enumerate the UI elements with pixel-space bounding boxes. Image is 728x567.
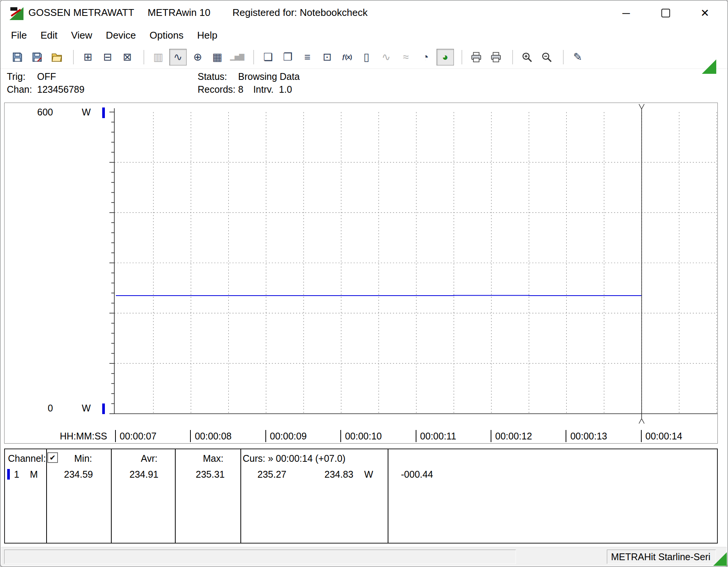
bar-graph-button[interactable]: ▁▅▇ (228, 49, 246, 65)
save-button[interactable] (9, 49, 26, 65)
menu-edit[interactable]: Edit (34, 27, 64, 44)
close-button[interactable]: ✕ (685, 0, 725, 26)
cell-unit: W (364, 469, 373, 480)
status-line: Status:Browsing Data (198, 70, 300, 83)
y-axis-min-label: 0 (26, 403, 53, 414)
channel-color-marker (7, 469, 10, 480)
value-list-button[interactable]: ≡ (299, 49, 316, 65)
trigger-channel-readout: Trig:OFF Chan:123456789 (7, 70, 84, 96)
toolbar-separator (461, 50, 462, 64)
title-bar: GOSSEN METRAWATT METRAwin 10 Registered … (0, 0, 728, 26)
menu-view[interactable]: View (64, 27, 99, 44)
table-divider (46, 449, 47, 543)
records-line: Records:8Intrv.1.0 (198, 83, 300, 96)
measurement-table: Channel: ✔ Min: Avr: Max: Curs: » 00:00:… (4, 449, 718, 544)
statusbar-device-name: METRAHit Starline-Seri (611, 551, 711, 562)
statusbar-device-panel: METRAHit Starline-Seri (607, 550, 716, 564)
toolbar-separator (253, 50, 254, 64)
app-logo-icon (9, 6, 23, 20)
zoom-out-button[interactable] (538, 49, 555, 65)
interval-timer-button[interactable]: ◕ (436, 49, 454, 65)
y-axis-unit-bottom: W (82, 403, 91, 414)
status-value: Browsing Data (238, 71, 300, 82)
memory-export-button[interactable]: ⊠ (118, 49, 136, 65)
maximize-button[interactable] (646, 0, 685, 26)
numeric-display-icon: ▥ (153, 51, 163, 63)
analog-output-icon: ∿ (382, 51, 390, 63)
window-cascade-button[interactable]: ❏ (259, 49, 277, 65)
save-icon (12, 51, 23, 63)
status-bar: METRAHit Starline-Seri (1, 547, 727, 566)
print-preview-button[interactable] (487, 49, 505, 65)
table-view-button[interactable]: ▦ (209, 49, 226, 65)
menu-help[interactable]: Help (190, 27, 224, 44)
window-tile-button[interactable]: ❐ (279, 49, 296, 65)
title-app-name: METRAwin 10 (148, 7, 210, 19)
print-preview-icon (490, 51, 502, 63)
zoom-out-icon (541, 51, 552, 63)
chart-plot[interactable] (5, 103, 717, 443)
monitor-icon: ⊡ (323, 51, 331, 63)
digital-output-button[interactable]: ≈ (397, 49, 415, 65)
print-button[interactable] (468, 49, 485, 65)
menu-bar: FileEditViewDeviceOptionsHelp (0, 26, 728, 45)
trig-label: Trig: (7, 70, 37, 83)
records-value: 8 (238, 84, 243, 95)
x-axis-format-label: HH:MM:SS (60, 430, 107, 442)
minimize-icon: ─ (622, 7, 630, 19)
window-cascade-icon: ❏ (263, 51, 273, 63)
col-max-header: Max: (203, 453, 223, 464)
cell-channel-number: 1 (14, 469, 19, 480)
chart-view-button[interactable]: ∿ (169, 49, 187, 65)
table-divider (111, 449, 112, 543)
menu-file[interactable]: File (4, 27, 34, 44)
table-divider (240, 449, 241, 543)
resize-grip-icon[interactable] (713, 552, 727, 566)
numeric-display-button[interactable]: ▥ (150, 49, 167, 65)
cell-delta: -000.44 (401, 469, 433, 480)
chart-view-icon: ∿ (173, 51, 182, 63)
device-display-icon: ▯ (363, 51, 369, 63)
col-channel-header: Channel: (8, 453, 46, 464)
toolbar-separator (563, 50, 564, 64)
comment-icon: ✎ (573, 51, 582, 63)
memory-store-icon: ⊟ (103, 51, 112, 63)
memory-read-icon: ⊞ (83, 51, 92, 63)
chan-label: Chan: (7, 83, 37, 96)
monitor-button[interactable]: ⊡ (318, 49, 336, 65)
title-registered: Registered for: Notebookcheck (232, 7, 368, 19)
formula-button[interactable]: ƒ(x) (338, 49, 355, 65)
close-icon: ✕ (700, 7, 709, 19)
maximize-icon (661, 9, 670, 17)
y-axis-unit-top: W (82, 107, 91, 118)
chan-line: Chan:123456789 (7, 83, 84, 96)
toolbar-separator (73, 50, 74, 64)
chart-panel: 600 W 0 W HH:MM:SS 00:00:0700:00:0800:00… (4, 103, 718, 444)
memory-read-button[interactable]: ⊞ (79, 49, 97, 65)
cell-max: 235.31 (196, 469, 224, 480)
cell-avr: 234.91 (129, 469, 158, 480)
toolbar-separator (512, 50, 513, 64)
comment-button[interactable]: ✎ (569, 49, 586, 65)
open-button[interactable] (48, 49, 65, 65)
menu-options[interactable]: Options (143, 27, 190, 44)
table-view-icon: ▦ (212, 51, 222, 63)
channel-visible-checkbox[interactable]: ✔ (47, 452, 58, 463)
trig-line: Trig:OFF (7, 70, 84, 83)
value-list-icon: ≡ (304, 51, 310, 63)
toolbar-separator (143, 50, 144, 64)
time-sync-button[interactable]: ◔ (417, 49, 434, 65)
save-copy-button[interactable] (28, 49, 46, 65)
bar-graph-icon: ▁▅▇ (230, 53, 244, 61)
scope-view-button[interactable]: ⊕ (189, 49, 206, 65)
minimize-button[interactable]: ─ (606, 0, 646, 26)
analog-output-button[interactable]: ∿ (377, 49, 395, 65)
device-display-button[interactable]: ▯ (358, 49, 375, 65)
memory-store-button[interactable]: ⊟ (99, 49, 116, 65)
checkmark-icon: ✔ (50, 454, 56, 461)
menu-device[interactable]: Device (99, 27, 143, 44)
col-cursor-header: Curs: » 00:00:14 (+07.0) (243, 453, 346, 464)
table-divider (388, 449, 388, 543)
col-avr-header: Avr: (141, 453, 157, 464)
zoom-in-button[interactable] (518, 49, 536, 65)
